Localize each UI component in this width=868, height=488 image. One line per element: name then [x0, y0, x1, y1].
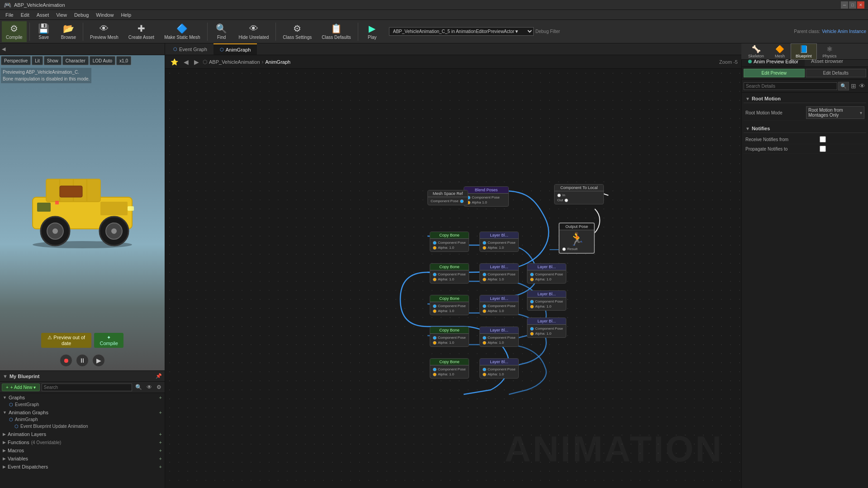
lod-button[interactable]: LOD Auto [90, 56, 115, 65]
copy-bone-1[interactable]: Copy Bone Component Pose Alpha: 1.0 [430, 232, 469, 252]
breadcrumb-back-button[interactable]: ◀ [182, 57, 190, 66]
macros-header[interactable]: ▶ Macros + [0, 447, 165, 454]
animation-layers-header[interactable]: ▶ Animation Layers + [0, 431, 165, 438]
layer-blend-3[interactable]: Layer Bl... Component Pose Alpha: 1.0 [479, 295, 519, 315]
make-static-mesh-button[interactable]: 🔷 Make Static Mesh [160, 21, 204, 42]
preview-mesh-button[interactable]: 👁 Preview Mesh [86, 21, 123, 42]
anim-layers-add-button[interactable]: + [159, 431, 162, 437]
event-graph-item[interactable]: ⬡ EventGraph [0, 401, 165, 408]
receive-notifies-checkbox[interactable] [820, 136, 826, 142]
play-button[interactable]: ▶ Play [361, 21, 384, 42]
perspective-button[interactable]: Perspective [1, 56, 31, 65]
grid-view-button[interactable]: ⊞ [850, 81, 857, 90]
find-button[interactable]: 🔍 Find [210, 21, 233, 42]
show-button[interactable]: Show [44, 56, 62, 65]
variables-header[interactable]: ▶ Variables + [0, 455, 165, 462]
class-settings-button[interactable]: ⚙ Class Settings [279, 21, 316, 42]
menu-asset[interactable]: Asset [33, 11, 53, 19]
add-new-button[interactable]: + + Add New ▾ [2, 384, 40, 391]
output-pose-node[interactable]: Output Pose 🏃 Result [559, 223, 595, 254]
search-icon-btn[interactable]: 🔍 [134, 383, 143, 391]
dispatchers-add-button[interactable]: + [159, 464, 162, 469]
minimize-button[interactable]: ─ [841, 1, 848, 9]
pin-icon[interactable]: 📌 [156, 373, 162, 379]
maximize-button[interactable]: □ [849, 1, 856, 9]
debug-select[interactable]: ABP_VehicleAnimation_C_5 in AnimationEdi… [389, 27, 534, 36]
search-details-button[interactable]: 🔍 [838, 82, 849, 90]
browse-button[interactable]: 📂 Browse [57, 21, 80, 42]
copy-bone-4[interactable]: Copy Bone Component Pose Alpha: 1.0 [430, 327, 469, 347]
menu-edit[interactable]: Edit [17, 11, 33, 19]
breadcrumb-asset[interactable]: ABP_VehicleAnimation [209, 59, 260, 65]
anim-graph-item[interactable]: ⬡ AnimGraph [0, 416, 165, 423]
event-dispatchers-header[interactable]: ▶ Event Dispatchers + [0, 463, 165, 470]
layer-blend-2[interactable]: Layer Bl... Component Pose Alpha: 1.0 [479, 263, 519, 284]
mesh-space-node[interactable]: Mesh Space Ref Component Pose [427, 190, 468, 205]
parent-class-value[interactable]: Vehicle Anim Instance [822, 29, 866, 34]
preview-outdated-button[interactable]: ⚠ Preview out of date [41, 333, 91, 348]
layer-blend-1[interactable]: Layer Bl... Component Pose Alpha: 1.0 [479, 232, 519, 252]
graphs-header[interactable]: ▼ Graphs + [0, 394, 165, 401]
variables-add-button[interactable]: + [159, 456, 162, 461]
component-to-local-node[interactable]: Component To Local In Out [554, 184, 604, 204]
menu-view[interactable]: View [52, 11, 71, 19]
scale-button[interactable]: x1,0 [116, 56, 131, 65]
animation-graphs-header[interactable]: ▼ Animation Graphs + [0, 409, 165, 416]
search-details-input[interactable] [744, 82, 837, 90]
copy-bone-3[interactable]: Copy Bone Component Pose Alpha: 1.0 [430, 295, 469, 315]
macros-add-button[interactable]: + [159, 448, 162, 453]
layer-blend-right-4[interactable]: Layer Bl... Component Pose Alpha: 1.0 [527, 317, 566, 338]
lit-button[interactable]: Lit [32, 56, 43, 65]
menu-debug[interactable]: Debug [71, 11, 92, 19]
graph-canvas[interactable]: Component To Local In Out Blend Poses Co… [165, 69, 741, 488]
anim-graph-tab[interactable]: ⬡ AnimGraph [213, 43, 257, 55]
pause-button[interactable]: ⏸ [76, 354, 89, 367]
edit-preview-button[interactable]: Edit Preview [744, 69, 805, 77]
event-graph-tab[interactable]: ⬡ Event Graph [167, 43, 213, 55]
character-button[interactable]: Character [62, 56, 89, 65]
functions-add-button[interactable]: + [159, 440, 162, 445]
root-motion-mode-dropdown[interactable]: Root Motion from Montages Only ▾ [806, 106, 864, 119]
root-motion-header[interactable]: ▼ Root Motion [744, 95, 866, 103]
save-button[interactable]: 💾 Save [33, 21, 55, 42]
my-blueprint-header[interactable]: ▼ My Blueprint 📌 [0, 371, 165, 382]
breadcrumb-home-button[interactable]: ⭐ [169, 57, 180, 66]
compile-shortcut-button[interactable]: ✦ Compile [94, 333, 123, 348]
nav-back-icon[interactable]: ◀ [2, 46, 5, 52]
create-asset-button[interactable]: ✚ Create Asset [124, 21, 158, 42]
layer-blend-5[interactable]: Layer Bl... Component Pose Alpha: 1.0 [479, 358, 519, 379]
blend-poses-node[interactable]: Blend Poses Component Pose Alpha 1.0 [464, 186, 509, 207]
details-settings-button[interactable]: 👁 [858, 81, 866, 90]
layer-blend-right-3[interactable]: Layer Bl... Component Pose Alpha: 1.0 [527, 290, 566, 311]
settings-icon-btn[interactable]: ⚙ [155, 383, 163, 391]
compile-button[interactable]: ⚙ Compile [2, 21, 27, 42]
anim-graphs-add-button[interactable]: + [159, 410, 162, 415]
event-update-item[interactable]: ⬡ Event Blueprint Update Animation [0, 423, 165, 430]
menu-file[interactable]: File [2, 11, 17, 19]
propagate-notifies-checkbox[interactable] [820, 146, 826, 152]
menu-help[interactable]: Help [117, 11, 135, 19]
layer-blend-4[interactable]: Layer Bl... Component Pose Alpha: 1.0 [479, 327, 519, 347]
graphs-add-button[interactable]: + [159, 395, 162, 400]
forward-button[interactable]: ▶ [92, 354, 105, 367]
receive-notifies-row: Receive Notifies from [744, 135, 866, 144]
breadcrumb-forward-button[interactable]: ▶ [192, 57, 201, 66]
mesh-tab[interactable]: 🔶 Mesh [770, 43, 790, 60]
viewport[interactable]: Perspective Lit Show Character LOD Auto … [0, 55, 165, 370]
functions-header[interactable]: ▶ Functions (4 Overridable) + [0, 439, 165, 446]
record-button[interactable]: ⏺ [60, 354, 72, 367]
copy-bone-5[interactable]: Copy Bone Component Pose Alpha: 1.0 [430, 358, 469, 379]
menu-window[interactable]: Window [92, 11, 117, 19]
physics-tab[interactable]: ⚛ Physics [818, 43, 842, 60]
layer-blend-right-2[interactable]: Layer Bl... Component Pose Alpha: 1.0 [527, 263, 566, 284]
class-defaults-button[interactable]: 📋 Class Defaults [318, 21, 355, 42]
edit-defaults-button[interactable]: Edit Defaults [806, 69, 867, 77]
copy-bone-2[interactable]: Copy Bone Component Pose Alpha: 1.0 [430, 263, 469, 284]
blueprint-tab[interactable]: 📘 Blueprint [791, 43, 817, 60]
skeleton-tab[interactable]: 🦴 Skeleton [743, 43, 769, 60]
notifies-header[interactable]: ▼ Notifies [744, 124, 866, 133]
hide-unrelated-button[interactable]: 👁 Hide Unrelated [235, 21, 273, 42]
eye-icon-btn[interactable]: 👁 [145, 383, 153, 391]
close-button[interactable]: ✕ [857, 1, 864, 9]
bp-search-input[interactable] [42, 384, 133, 391]
